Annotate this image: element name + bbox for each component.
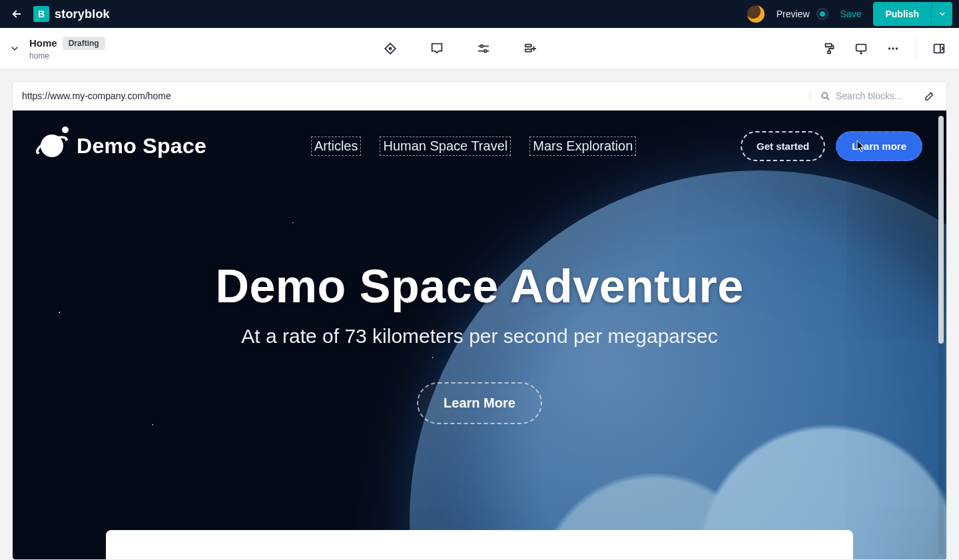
site-preview[interactable]: Demo Space Articles Human Space Travel M… — [13, 111, 946, 559]
tool-settings-button[interactable] — [470, 35, 497, 62]
nav-link-human-space-travel[interactable]: Human Space Travel — [380, 137, 511, 156]
site-brand: Demo Space — [37, 131, 206, 161]
tool-format-button[interactable] — [816, 35, 842, 62]
app-topbar: B storyblok Preview Save Publish — [0, 0, 959, 28]
topbar-right: Preview Save Publish — [747, 2, 952, 26]
subbar-center-tools — [377, 35, 543, 62]
svg-rect-11 — [856, 44, 866, 51]
paint-icon — [822, 41, 836, 56]
brand-name: storyblok — [55, 7, 110, 21]
divider — [916, 37, 916, 60]
avatar[interactable] — [747, 5, 765, 23]
canvas-toolbar: https://www.my-company.com/home — [13, 82, 946, 111]
nav-link-articles[interactable]: Articles — [311, 137, 362, 156]
site-header: Demo Space Articles Human Space Travel M… — [13, 111, 946, 173]
site-name: Demo Space — [77, 134, 206, 158]
svg-line-20 — [826, 97, 828, 99]
breadcrumb-row: Home Drafting — [29, 37, 105, 50]
diamond-icon — [383, 41, 398, 56]
tool-more-button[interactable] — [880, 35, 906, 62]
tool-blocks-list-button[interactable] — [517, 35, 543, 62]
subbar-right-tools — [816, 35, 952, 62]
svg-point-5 — [484, 49, 487, 52]
monitor-icon — [854, 41, 868, 56]
chevron-down-icon — [9, 43, 20, 54]
breadcrumb-toggle[interactable] — [5, 39, 24, 58]
canvas-url[interactable]: https://www.my-company.com/home — [22, 91, 171, 101]
tool-block-button[interactable] — [377, 35, 404, 62]
chevron-down-icon — [938, 10, 946, 18]
site-hero: Demo Space Adventure At a rate of 73 kil… — [13, 260, 946, 424]
tool-comments-button[interactable] — [424, 35, 450, 62]
brand-logo-icon: B — [33, 6, 49, 22]
back-button[interactable] — [7, 4, 27, 24]
cta-get-started-button[interactable]: Get started — [741, 131, 825, 161]
hero-title[interactable]: Demo Space Adventure — [13, 260, 946, 313]
tool-panel-toggle-button[interactable] — [926, 35, 952, 62]
svg-point-4 — [481, 45, 483, 47]
more-icon — [886, 41, 900, 56]
svg-point-15 — [892, 47, 894, 49]
workspace: https://www.my-company.com/home — [0, 69, 959, 560]
page-title: Home — [29, 37, 57, 49]
search-group — [810, 91, 916, 101]
subbar-left: Home Drafting home — [5, 37, 105, 61]
search-icon — [820, 91, 830, 101]
hero-learn-more-button[interactable]: Learn More — [417, 382, 542, 424]
site-nav: Articles Human Space Travel Mars Explora… — [311, 137, 636, 156]
list-add-icon — [523, 41, 537, 56]
topbar-left: B storyblok — [7, 4, 110, 24]
svg-point-14 — [888, 47, 890, 49]
comment-icon — [430, 41, 444, 56]
search-blocks-group — [810, 89, 937, 103]
svg-rect-10 — [828, 51, 830, 53]
svg-rect-6 — [525, 44, 531, 47]
search-blocks-input[interactable] — [836, 91, 916, 101]
brand: B storyblok — [33, 6, 110, 22]
status-badge: Drafting — [63, 37, 105, 50]
svg-point-16 — [896, 47, 898, 49]
save-button[interactable]: Save — [840, 9, 862, 19]
tool-device-button[interactable] — [848, 35, 874, 62]
panel-right-icon — [932, 41, 946, 56]
svg-rect-7 — [525, 49, 531, 51]
preview-label[interactable]: Preview — [777, 9, 810, 19]
arrow-left-icon — [11, 8, 23, 20]
publish-button[interactable]: Publish — [873, 2, 931, 26]
hero-subtitle[interactable]: At a rate of 73 kilometers per second pe… — [13, 325, 946, 348]
site-cta-group: Get started Learn more — [741, 131, 922, 161]
breadcrumb: Home Drafting home — [29, 37, 105, 61]
sliders-icon — [476, 41, 491, 56]
nav-link-mars-exploration[interactable]: Mars Exploration — [529, 137, 636, 156]
dot-icon — [820, 11, 825, 17]
preview-status-icon[interactable] — [816, 8, 828, 20]
canvas-card: https://www.my-company.com/home — [12, 81, 947, 560]
preview-group: Preview — [777, 8, 828, 20]
edit-icon — [924, 90, 936, 102]
publish-dropdown-button[interactable] — [931, 2, 952, 26]
planet-logo-icon — [37, 131, 67, 161]
publish-group: Publish — [873, 2, 952, 26]
edit-page-button[interactable] — [922, 89, 937, 103]
site-content-card — [106, 530, 853, 559]
sub-toolbar: Home Drafting home — [0, 28, 959, 69]
cta-learn-more-button[interactable]: Learn more — [836, 131, 922, 161]
svg-point-1 — [390, 47, 392, 49]
page-slug: home — [29, 51, 105, 61]
